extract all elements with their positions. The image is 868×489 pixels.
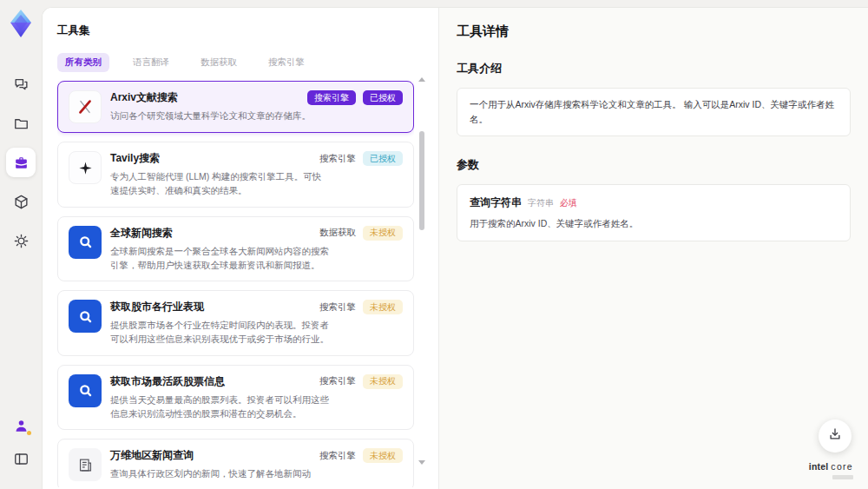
- params-heading: 参数: [457, 157, 851, 173]
- tools-list-pane: 工具集 所有类别语言翻译数据获取搜索引擎 Arxiv文献搜索 搜索引擎 已授权 …: [43, 8, 439, 489]
- tool-card-4[interactable]: 获取市场最活跃股票信息 搜索引擎 未授权 提供当天交易量最高的股票列表。投资者可…: [57, 365, 414, 431]
- tool-name: 万维地区新闻查询: [110, 448, 194, 463]
- tool-description: 专为人工智能代理 (LLM) 构建的搜索引擎工具。可快速提供实时、准确和真实的结…: [110, 169, 329, 198]
- folder-icon: [13, 116, 30, 132]
- sidebar-item-plugins[interactable]: [6, 187, 36, 216]
- page-title: 工具集: [57, 22, 414, 38]
- tool-category-badge: 搜索引擎: [319, 301, 356, 314]
- global-news-icon: [69, 226, 102, 259]
- stock-sector-icon: [69, 300, 102, 333]
- tool-category-badge: 搜索引擎: [319, 450, 356, 462]
- tool-detail-pane: 工具详情 工具介绍 一个用于从Arxiv存储库搜索科学论文和文章的工具。 输入可…: [439, 8, 868, 489]
- sidebar-item-files[interactable]: [6, 109, 36, 138]
- panel-icon: [13, 451, 30, 467]
- tool-description: 访问各个研究领域大量科学论文和文章的存储库。: [110, 109, 329, 122]
- detail-title: 工具详情: [457, 23, 851, 40]
- notification-dot: [27, 431, 31, 435]
- sidebar-item-user[interactable]: [6, 411, 36, 440]
- scroll-down-arrow-icon[interactable]: [418, 460, 425, 465]
- list-scrollbar[interactable]: [418, 76, 425, 479]
- sidebar-item-tools[interactable]: [6, 148, 36, 177]
- tool-name: 获取市场最活跃股票信息: [110, 374, 225, 389]
- tavily-icon: [69, 151, 102, 184]
- tool-card-3[interactable]: 获取股市各行业表现 搜索引擎 未授权 提供股票市场各个行业在特定时间段内的表现。…: [57, 290, 414, 356]
- left-rail: [0, 0, 42, 489]
- tool-name: 全球新闻搜索: [110, 226, 173, 241]
- settings-icon: [13, 233, 30, 249]
- toolbox-icon: [13, 155, 30, 171]
- tool-intro-text: 一个用于从Arxiv存储库搜索科学论文和文章的工具。 输入可以是Arxiv ID…: [457, 88, 851, 136]
- scroll-up-arrow-icon[interactable]: [418, 77, 425, 82]
- scrollbar-thumb[interactable]: [419, 131, 424, 230]
- params-list: 查询字符串 字符串 必填 用于搜索的Arxiv ID、关键字或作者姓名。: [457, 184, 851, 241]
- chat-icon: [13, 76, 30, 93]
- tool-description: 查询具体行政区划内的新闻，快速了解各地新闻动: [110, 466, 329, 480]
- tool-category-badge: 搜索引擎: [319, 375, 356, 387]
- tool-description: 全球新闻搜索是一个聚合全球各大新闻网站内容的搜索引擎，帮助用户快速获取全球最新资…: [110, 244, 329, 273]
- download-icon: [827, 426, 843, 446]
- tool-description: 提供股票市场各个行业在特定时间段内的表现。投资者可以利用这些信息来识别表现优于或…: [110, 318, 329, 347]
- tool-category-badge: 搜索引擎: [307, 90, 356, 105]
- cube-icon: [13, 194, 30, 210]
- tools-list: Arxiv文献搜索 搜索引擎 已授权 访问各个研究领域大量科学论文和文章的存储库…: [57, 81, 414, 487]
- intro-heading: 工具介绍: [457, 61, 851, 76]
- parameter-type: 字符串: [528, 197, 554, 209]
- tool-name: Arxiv文献搜索: [110, 90, 178, 105]
- parameter-required-flag: 必填: [560, 197, 577, 209]
- tab-category-3[interactable]: 搜索引擎: [260, 53, 312, 72]
- category-tabs: 所有类别语言翻译数据获取搜索引擎: [57, 53, 414, 72]
- parameter-description: 用于搜索的Arxiv ID、关键字或作者姓名。: [470, 218, 838, 230]
- tool-auth-badge: 未授权: [363, 374, 403, 389]
- local-news-icon: [69, 448, 102, 481]
- brand-intel-label: intel: [809, 461, 829, 472]
- tool-card-5[interactable]: 万维地区新闻查询 搜索引擎 未授权 查询具体行政区划内的新闻，快速了解各地新闻动: [57, 439, 414, 487]
- parameter-name: 查询字符串: [470, 195, 522, 210]
- tool-auth-badge: 已授权: [363, 151, 403, 166]
- tool-name: Tavily搜索: [110, 151, 160, 166]
- tab-category-1[interactable]: 语言翻译: [125, 53, 177, 72]
- arxiv-icon: [69, 90, 102, 123]
- stock-active-icon: [69, 374, 102, 407]
- tool-card-0[interactable]: Arxiv文献搜索 搜索引擎 已授权 访问各个研究领域大量科学论文和文章的存储库…: [57, 81, 414, 133]
- rail-bottom-group: [6, 411, 36, 477]
- sidebar-item-panel-toggle[interactable]: [6, 444, 36, 473]
- app-window: 工具集 所有类别语言翻译数据获取搜索引擎 Arxiv文献搜索 搜索引擎 已授权 …: [0, 0, 868, 489]
- tool-description: 提供当天交易量最高的股票列表。投资者可以利用这些信息来识别流动性强的股票和潜在的…: [110, 393, 329, 421]
- sidebar-item-chat[interactable]: [6, 69, 36, 99]
- tool-auth-badge: 未授权: [363, 448, 403, 463]
- main-panel: 工具集 所有类别语言翻译数据获取搜索引擎 Arxiv文献搜索 搜索引擎 已授权 …: [42, 7, 868, 489]
- tab-category-2[interactable]: 数据获取: [193, 53, 245, 72]
- brand-core-label: core: [831, 461, 853, 472]
- intel-core-brand: intelcore: [809, 462, 853, 479]
- sidebar-item-settings[interactable]: [6, 226, 36, 255]
- tool-auth-badge: 未授权: [363, 300, 403, 314]
- tool-category-badge: 数据获取: [319, 227, 356, 239]
- tab-category-0[interactable]: 所有类别: [57, 53, 109, 72]
- tool-card-1[interactable]: Tavily搜索 搜索引擎 已授权 专为人工智能代理 (LLM) 构建的搜索引擎…: [57, 142, 414, 208]
- tool-auth-badge: 未授权: [363, 226, 403, 241]
- parameter-card: 查询字符串 字符串 必填 用于搜索的Arxiv ID、关键字或作者姓名。: [457, 184, 851, 241]
- tool-card-2[interactable]: 全球新闻搜索 数据获取 未授权 全球新闻搜索是一个聚合全球各大新闻网站内容的搜索…: [57, 216, 414, 282]
- app-logo: [8, 9, 34, 38]
- brand-subline: [832, 475, 853, 479]
- download-button[interactable]: [819, 420, 852, 453]
- tool-auth-badge: 已授权: [363, 90, 403, 105]
- tool-name: 获取股市各行业表现: [110, 300, 204, 314]
- tool-category-badge: 搜索引擎: [319, 153, 356, 165]
